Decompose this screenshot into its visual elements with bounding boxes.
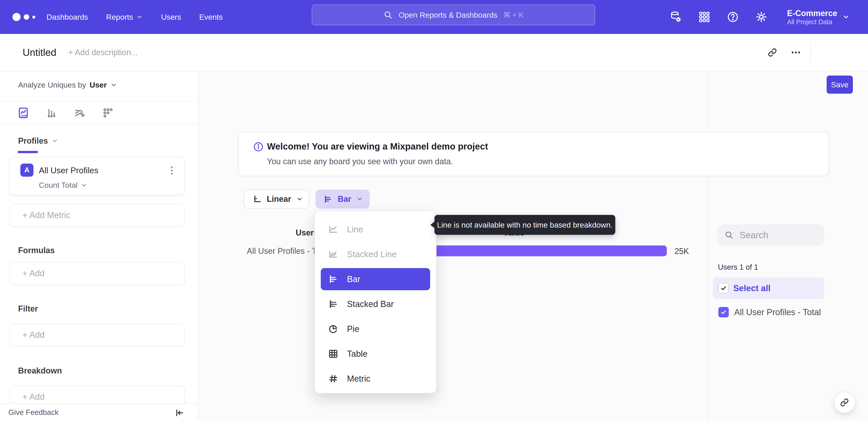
nav-users-label: Users [161,13,181,22]
flows-icon [73,107,86,119]
dropdown-item-line[interactable]: Line [315,217,436,242]
metric-badge: A [20,164,33,177]
profiles-section-header[interactable]: Profiles [18,136,58,146]
active-tab-underline [18,151,38,153]
stacked-line-chart-icon [328,249,338,259]
horizontal-bar-chart-icon [328,274,338,284]
logo-dot [12,13,21,21]
formulas-section-header: Formulas [18,246,55,255]
series-item-label: All User Profiles - Total [734,307,821,317]
analyze-prefix-label: Analyze Uniques by [18,81,86,89]
nav-reports-label: Reports [106,13,133,22]
logo-dot [24,14,29,20]
analyze-uniques-row: Analyze Uniques by User [18,81,117,89]
table-icon [328,348,338,359]
data-management-icon[interactable] [669,10,683,24]
add-formula-button[interactable]: + Add [9,262,185,285]
chevron-down-icon [842,13,850,21]
dropdown-item-label: Stacked Line [347,250,397,259]
metric-options-button[interactable] [167,165,177,176]
scale-selector[interactable]: Linear [244,190,309,208]
nav-reports[interactable]: Reports [106,13,143,22]
tab-retention[interactable] [99,104,117,122]
dropdown-item-label: Metric [347,374,370,384]
dropdown-item-stacked-bar[interactable]: Stacked Bar [315,291,436,316]
logo-dot [32,16,35,19]
aggregation-label: Count Total [39,181,78,190]
link-icon [767,47,778,58]
line-disabled-tooltip: Line is not available with no time based… [434,215,615,235]
tooltip-text: Line is not available with no time based… [437,221,613,229]
retention-icon [102,107,114,119]
more-options-button[interactable]: ••• [786,34,807,71]
help-icon[interactable] [726,10,740,24]
chevron-down-icon [52,138,58,144]
share-link-fab[interactable] [834,392,855,413]
search-shortcut: ⌘ + K [503,11,524,19]
nav-links: Dashboards Reports Users Events [46,0,223,34]
dropdown-item-label: Pie [347,324,360,334]
nav-events[interactable]: Events [199,13,223,22]
insights-chart-icon [17,107,30,119]
sidebar-divider [0,124,198,124]
line-chart-icon [328,224,338,234]
project-scope: All Project Data [787,18,837,26]
report-title[interactable]: Untitled [23,34,56,71]
global-search-button[interactable]: Open Reports & Dashboards ⌘ + K [312,4,595,25]
checkmark-icon [720,285,727,291]
banner-title: Welcome! You are viewing a Mixpanel demo… [267,141,488,151]
profiles-label: Profiles [18,136,48,146]
dropdown-item-pie[interactable]: Pie [315,316,436,341]
nav-dashboards-label: Dashboards [46,13,88,22]
select-all-label: Select all [733,278,771,299]
link-icon [839,397,849,408]
series-search-box[interactable] [717,224,824,246]
linear-axis-icon [252,194,262,204]
dropdown-item-stacked-line[interactable]: Stacked Line [315,242,436,267]
aggregation-selector[interactable]: Count Total [39,181,87,190]
breakdown-section-header: Breakdown [18,366,62,375]
save-button[interactable]: Save [827,76,853,94]
tab-insights[interactable] [14,104,32,122]
mixpanel-logo-icon[interactable] [12,0,35,34]
apps-grid-icon[interactable] [698,10,711,24]
dropdown-item-label: Table [347,349,368,359]
give-feedback-link[interactable]: Give Feedback [8,404,59,421]
copy-link-button[interactable] [762,34,782,71]
dropdown-item-label: Line [347,225,363,234]
nav-users[interactable]: Users [161,13,181,22]
filter-section-header: Filter [18,304,38,313]
analyze-entity-selector[interactable]: User [90,81,107,89]
chart-type-dropdown: Line Stacked Line Bar Stacked Bar Pie [314,210,436,393]
bar-value-label: 25K [675,247,689,256]
project-name: E-Commerce [787,8,837,18]
pie-chart-icon [328,324,338,334]
dropdown-item-metric[interactable]: Metric [315,366,436,391]
chevron-down-icon [356,196,363,202]
banner-subtitle: You can use any board you see with your … [267,157,453,166]
series-search-input[interactable] [739,230,815,241]
dropdown-item-table[interactable]: Table [315,341,436,366]
horizontal-bar-chart-icon [323,194,333,204]
add-metric-button[interactable]: + Add Metric [9,204,185,227]
tab-bar-report[interactable] [42,104,61,122]
dropdown-item-bar[interactable]: Bar [315,267,436,291]
add-description-field[interactable]: + Add description... [68,34,138,71]
metric-name: All User Profiles [39,166,98,175]
global-search-placeholder: Open Reports & Dashboards [399,11,498,20]
chart-type-label: Bar [338,194,351,204]
report-header: Untitled + Add description... ••• Save [0,34,868,72]
metric-card[interactable]: A All User Profiles Count Total [9,157,185,195]
header-divider [810,44,811,61]
select-all-checkbox[interactable] [718,283,729,293]
nav-dashboards[interactable]: Dashboards [46,13,88,22]
search-icon [383,10,393,20]
project-selector[interactable]: E-Commerce All Project Data [787,0,850,34]
chart-type-selector[interactable]: Bar [315,190,370,208]
select-all-row[interactable]: Select all [713,278,824,299]
series-checkbox[interactable] [718,307,729,317]
tab-flows[interactable] [71,104,89,122]
add-filter-button[interactable]: + Add [9,324,185,346]
settings-gear-icon[interactable] [754,10,768,24]
collapse-sidebar-button[interactable] [174,407,185,419]
